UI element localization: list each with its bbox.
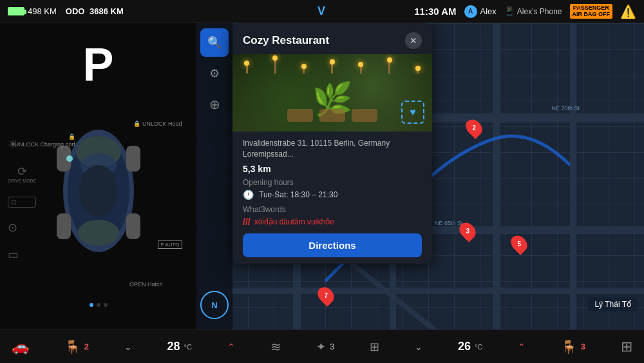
left-panel: P xyxy=(0,23,196,329)
car-status-icon[interactable]: 🚗 xyxy=(12,338,29,355)
light-2 xyxy=(274,55,276,74)
unlock-hood-label: 🔒 UNLOCK Hood xyxy=(133,120,182,128)
dots-indicator xyxy=(90,303,108,307)
sidebar-item-layers[interactable]: ⊕ xyxy=(200,90,229,119)
chevron-up-left: ⌃ xyxy=(227,342,235,352)
svg-point-9 xyxy=(79,165,118,217)
poi-popup: Cozy Restaurant ✕ 🌿 ♥ xyxy=(232,23,432,264)
dot-3 xyxy=(104,303,108,307)
temp-right-up-button[interactable]: ⌃ xyxy=(518,342,526,352)
battery-icon xyxy=(8,7,24,15)
street-ne65th-3: NE 65th St xyxy=(435,220,463,226)
opening-hours-label: Opening hours xyxy=(243,178,422,187)
poi-hours-value: Tue-Sat: 18:30 – 21:30 xyxy=(259,190,337,199)
heart-icon: ♥ xyxy=(410,106,416,118)
poi-hours: 🕐 Tue-Sat: 18:30 – 21:30 xyxy=(243,190,422,200)
airbag-badge: PASSENGERAIR BAG OFF xyxy=(570,4,613,19)
temp-right-down-button[interactable]: ⌄ xyxy=(415,342,422,352)
svg-rect-6 xyxy=(57,213,71,239)
rear-heat-button[interactable]: ⊞ xyxy=(370,340,379,354)
poi-title: Cozy Restaurant xyxy=(243,34,329,47)
battery-value: 498 KM xyxy=(28,6,57,16)
light-3 xyxy=(303,64,305,74)
poi-image: 🌿 ♥ xyxy=(232,54,432,132)
light-7 xyxy=(417,66,419,74)
svg-rect-16 xyxy=(493,23,500,329)
bottom-bar: 🚗 🪑 2 ⌄ 28 °C ⌃ ≋ ✦ 3 ⊞ ⌄ 26 °C ⌃ xyxy=(0,329,644,363)
fan-value: 3 xyxy=(330,342,334,351)
drive-mode-icon[interactable]: ⟳ xyxy=(17,164,27,179)
map-pin-5[interactable]: 5 xyxy=(512,235,526,253)
user-info[interactable]: A Alex xyxy=(464,5,497,18)
svg-rect-5 xyxy=(126,146,140,172)
light-5 xyxy=(360,62,362,74)
map-pin-3[interactable]: 3 xyxy=(460,222,475,240)
brand-logo: V xyxy=(317,5,327,18)
svg-rect-17 xyxy=(570,23,576,329)
svg-point-10 xyxy=(66,155,73,162)
odo-label: ODO xyxy=(66,6,85,16)
table-area xyxy=(245,109,419,122)
temp-left-down-button[interactable]: ⌄ xyxy=(124,342,132,352)
top-bar-right: 11:30 AM A Alex 📱 Alex's Phone PASSENGER… xyxy=(414,4,636,19)
poi-body: Invalidenstrabe 31, 10115 Berlin, German… xyxy=(232,132,432,264)
battery-info: 498 KM xyxy=(8,6,57,16)
phone-info: 📱 Alex's Phone xyxy=(504,6,562,16)
chevron-up-right: ⌃ xyxy=(518,342,526,352)
dot-2 xyxy=(97,303,100,307)
svg-point-3 xyxy=(78,220,119,246)
temp-left-unit: °C xyxy=(184,343,192,351)
phone-name: Alex's Phone xyxy=(517,7,562,16)
sidebar-nav: 🔍 ⚙ ⊕ N xyxy=(196,23,232,329)
odo-value: 3686 KM xyxy=(90,6,124,16)
brand-logo-container: V xyxy=(317,5,327,18)
seat-heat-right-value: 3 xyxy=(581,342,585,351)
temp-right-unit: °C xyxy=(475,343,482,351)
hanging-lights xyxy=(232,54,432,74)
chevron-down-right: ⌄ xyxy=(415,342,422,352)
seat-heat-left[interactable]: 🪑 2 xyxy=(64,339,89,355)
side-controls: ☀ ⟳ DRIVE MODE ⊡ ⊙ ▭ xyxy=(8,46,36,353)
steering-icon[interactable]: ⊙ xyxy=(8,221,36,235)
favorite-button[interactable]: ♥ xyxy=(401,101,424,124)
fan-control[interactable]: ✦ 3 xyxy=(316,340,334,354)
seat-heat-center-button[interactable]: ≋ xyxy=(270,339,281,355)
light-1 xyxy=(246,61,248,74)
temp-left-value: 28 xyxy=(167,340,180,353)
temp-left-up-button[interactable]: ⌃ xyxy=(227,342,235,352)
svg-rect-7 xyxy=(126,213,140,239)
phone-icon: 📱 xyxy=(504,6,515,16)
directions-button[interactable]: Directions xyxy=(243,233,422,257)
seat-heat-right[interactable]: 🪑 3 xyxy=(561,339,585,355)
sidebar-item-search[interactable]: 🔍 xyxy=(200,28,229,57)
poi-address: Invalidenstrabe 31, 10115 Berlin, German… xyxy=(243,138,422,160)
light-4 xyxy=(331,59,333,74)
top-bar-left: 498 KM ODO 3686 KM xyxy=(8,6,124,16)
camera-icon[interactable]: ▭ xyxy=(8,248,36,262)
w3w-text: xôiđậu.đâutâm.vuikhỏe xyxy=(254,217,334,226)
poi-header: Cozy Restaurant ✕ xyxy=(232,23,432,54)
apps-grid-button[interactable]: ⊞ xyxy=(621,338,632,355)
clock: 11:30 AM xyxy=(414,6,456,17)
w3w-label: What3words xyxy=(243,205,422,214)
location-name-badge: Lý Thái Tổ xyxy=(588,297,638,311)
map-pin-2[interactable]: 2 xyxy=(467,119,481,137)
poi-distance: 5,3 km xyxy=(243,164,422,174)
w3w-value: /// xôiđậu.đâutâm.vuikhỏe xyxy=(243,217,422,227)
light-6 xyxy=(388,57,390,74)
auto-badge: P AUTO xyxy=(158,240,182,249)
sidebar-item-settings[interactable]: ⚙ xyxy=(200,59,229,88)
poi-close-button[interactable]: ✕ xyxy=(405,32,422,49)
speed-icon[interactable]: ⊡ xyxy=(8,197,36,208)
odo-info: ODO 3686 KM xyxy=(66,6,124,16)
map-pin-7[interactable]: 7 xyxy=(319,286,333,304)
street-ne70th-2: NE 70th St xyxy=(551,105,580,112)
sidebar-item-north[interactable]: N xyxy=(200,291,229,319)
temp-left-display: 28 °C xyxy=(167,340,192,353)
clock-icon: 🕐 xyxy=(243,190,254,200)
warning-icon: ⚠️ xyxy=(620,4,636,19)
w3w-symbol: /// xyxy=(243,217,251,227)
brightness-icon[interactable]: ☀ xyxy=(8,137,36,152)
user-name: Alex xyxy=(480,6,497,16)
drive-mode-label: DRIVE MODE xyxy=(8,179,36,184)
